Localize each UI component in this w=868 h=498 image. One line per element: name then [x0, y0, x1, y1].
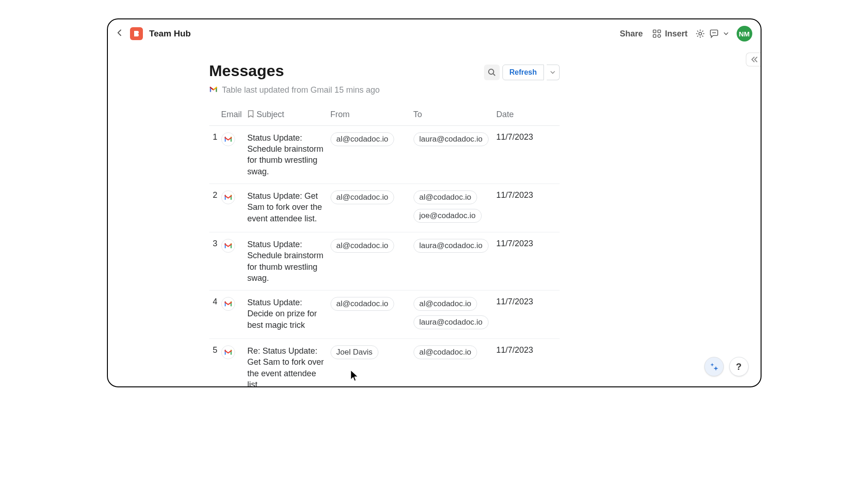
to-chip[interactable]: al@codadoc.io [413, 190, 478, 204]
gmail-icon [221, 297, 235, 311]
email-cell[interactable] [221, 184, 248, 232]
table-row[interactable]: 5Re: Status Update: Get Sam to fork over… [209, 339, 560, 387]
comment-icon[interactable] [709, 29, 719, 39]
table-row[interactable]: 4Status Update: Decide on prize for best… [209, 290, 560, 339]
avatar[interactable]: NM [737, 26, 752, 42]
row-number: 3 [209, 232, 221, 290]
svg-rect-1 [658, 30, 661, 33]
app-window: Team Hub Share Insert NM Messages [107, 18, 762, 387]
chevron-down-icon[interactable] [721, 29, 731, 39]
date-cell: 11/7/2023 [496, 339, 560, 387]
gmail-icon [221, 345, 235, 359]
insert-icon [652, 29, 662, 39]
table-row[interactable]: 2Status Update: Get Sam to fork over the… [209, 184, 560, 232]
email-cell[interactable] [221, 339, 248, 387]
subject-cell[interactable]: Status Update: Schedule brainstorm for t… [248, 232, 331, 290]
gear-icon[interactable] [695, 29, 705, 39]
col-email[interactable]: Email [221, 105, 248, 125]
to-cell[interactable]: laura@codadoc.io [413, 125, 496, 184]
gmail-icon [221, 132, 235, 146]
row-number: 5 [209, 339, 221, 387]
col-from[interactable]: From [331, 105, 413, 125]
from-chip[interactable]: al@codadoc.io [331, 239, 395, 253]
to-chip[interactable]: al@codadoc.io [413, 345, 478, 359]
date-cell: 11/7/2023 [496, 232, 560, 290]
help-button[interactable]: ? [729, 357, 749, 376]
row-number: 2 [209, 184, 221, 232]
search-button[interactable] [484, 65, 500, 80]
insert-button[interactable]: Insert [652, 29, 687, 39]
sync-status: Table last updated from Gmail 15 mins ag… [209, 85, 733, 95]
row-number: 4 [209, 290, 221, 339]
collapse-panel-button[interactable] [746, 53, 762, 66]
gmail-icon [221, 239, 235, 253]
from-chip[interactable]: al@codadoc.io [331, 190, 395, 204]
gmail-icon [209, 85, 218, 95]
subject-cell[interactable]: Status Update: Schedule brainstorm for t… [248, 125, 331, 184]
svg-point-5 [489, 69, 494, 74]
coda-logo-icon [130, 27, 143, 40]
refresh-dropdown[interactable] [547, 65, 560, 80]
to-chip[interactable]: laura@codadoc.io [413, 132, 489, 146]
col-date[interactable]: Date [496, 105, 560, 125]
email-cell[interactable] [221, 125, 248, 184]
subject-cell[interactable]: Status Update: Decide on prize for best … [248, 290, 331, 339]
subject-cell[interactable]: Status Update: Get Sam to fork over the … [248, 184, 331, 232]
bookmark-icon [248, 110, 254, 120]
from-cell[interactable]: al@codadoc.io [331, 184, 413, 232]
row-number: 1 [209, 125, 221, 184]
back-arrow-icon[interactable] [116, 29, 125, 38]
email-cell[interactable] [221, 232, 248, 290]
col-subject[interactable]: Subject [248, 105, 331, 125]
table-row[interactable]: 3Status Update: Schedule brainstorm for … [209, 232, 560, 290]
to-cell[interactable]: al@codadoc.io [413, 339, 496, 387]
subject-cell[interactable]: Re: Status Update: Get Sam to fork over … [248, 339, 331, 387]
to-cell[interactable]: al@codadoc.iojoe@codadoc.io [413, 184, 496, 232]
doc-title[interactable]: Team Hub [149, 29, 191, 39]
refresh-button[interactable]: Refresh [502, 65, 544, 80]
svg-rect-0 [653, 30, 656, 33]
from-cell[interactable]: al@codadoc.io [331, 290, 413, 339]
svg-point-3 [658, 35, 661, 37]
from-chip[interactable]: al@codadoc.io [331, 132, 395, 146]
sync-text: Table last updated from Gmail 15 mins ag… [222, 85, 380, 95]
date-cell: 11/7/2023 [496, 184, 560, 232]
from-chip[interactable]: Joel Davis [331, 345, 378, 359]
to-cell[interactable]: al@codadoc.iolaura@codadoc.io [413, 290, 496, 339]
svg-rect-2 [653, 35, 656, 37]
from-chip[interactable]: al@codadoc.io [331, 297, 395, 311]
email-cell[interactable] [221, 290, 248, 339]
svg-point-4 [699, 32, 702, 35]
from-cell[interactable]: al@codadoc.io [331, 125, 413, 184]
to-chip[interactable]: al@codadoc.io [413, 297, 478, 311]
date-cell: 11/7/2023 [496, 125, 560, 184]
gmail-icon [221, 190, 235, 204]
mouse-cursor [350, 370, 359, 382]
page-title: Messages [209, 62, 284, 80]
messages-table: Email Subject From To Date 1Status Updat… [209, 105, 560, 387]
date-cell: 11/7/2023 [496, 290, 560, 339]
to-chip[interactable]: laura@codadoc.io [413, 315, 489, 329]
to-chip[interactable]: laura@codadoc.io [413, 239, 489, 253]
topbar: Team Hub Share Insert NM [108, 19, 761, 48]
insert-label: Insert [665, 29, 687, 39]
to-chip[interactable]: joe@codadoc.io [413, 209, 482, 223]
from-cell[interactable]: Joel Davis [331, 339, 413, 387]
table-row[interactable]: 1Status Update: Schedule brainstorm for … [209, 125, 560, 184]
to-cell[interactable]: laura@codadoc.io [413, 232, 496, 290]
ai-assist-button[interactable] [704, 357, 724, 376]
from-cell[interactable]: al@codadoc.io [331, 232, 413, 290]
page-content: Messages Refresh Table last updated from… [108, 48, 761, 387]
share-button[interactable]: Share [620, 29, 643, 39]
col-to[interactable]: To [413, 105, 496, 125]
